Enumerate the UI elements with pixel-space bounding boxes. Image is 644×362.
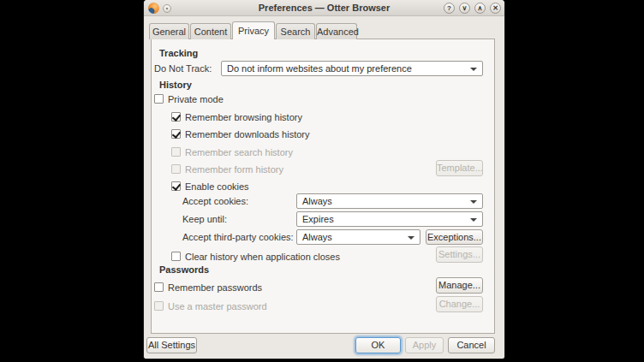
- change-button[interactable]: Change...: [436, 296, 483, 312]
- tab-privacy[interactable]: Privacy: [232, 21, 275, 39]
- checkbox-icon: [171, 252, 181, 261]
- help-button[interactable]: ?: [444, 3, 455, 14]
- tab-content[interactable]: Content: [190, 23, 231, 39]
- settings-button[interactable]: Settings...: [436, 246, 483, 263]
- section-header-passwords: Passwords: [159, 264, 209, 275]
- accept-cookies-value: Always: [302, 196, 332, 206]
- all-settings-button[interactable]: All Settings: [146, 337, 197, 353]
- preferences-window: Preferences — Otter Browser ? ∨ ∧ ✕ Gene…: [144, 0, 504, 359]
- checkbox-label: Remember passwords: [168, 282, 262, 293]
- chevron-down-icon: [470, 218, 477, 222]
- checkbox-checked-icon: [171, 129, 181, 139]
- accept-cookies-label: Accept cookies:: [182, 196, 248, 206]
- checkbox-label: Enable cookies: [185, 181, 249, 192]
- privacy-panel: Tracking Do Not Track: Do not inform web…: [151, 39, 495, 334]
- chevron-down-icon: ∨: [462, 4, 468, 12]
- checkbox-icon: [171, 147, 181, 157]
- accept-cookies-select[interactable]: Always: [296, 193, 483, 209]
- checkbox-icon: [171, 164, 181, 174]
- checkbox-use-master-password: Use a master password: [154, 300, 267, 312]
- apply-button[interactable]: Apply: [405, 337, 444, 353]
- close-button[interactable]: ✕: [490, 3, 501, 14]
- checkbox-private-mode[interactable]: Private mode: [154, 93, 224, 104]
- checkbox-enable-cookies[interactable]: Enable cookies: [171, 181, 249, 192]
- do-not-track-label: Do Not Track:: [154, 63, 212, 74]
- tab-bar: General Content Privacy Search Advanced: [149, 21, 358, 39]
- checkbox-checked-icon: [171, 112, 181, 122]
- chevron-down-icon: [470, 68, 477, 71]
- keep-until-label: Keep until:: [182, 214, 227, 224]
- ok-button[interactable]: OK: [355, 337, 401, 353]
- exceptions-button[interactable]: Exceptions...: [426, 229, 483, 245]
- do-not-track-value: Do not inform websites about my preferen…: [227, 63, 412, 74]
- template-button[interactable]: Template...: [436, 160, 483, 176]
- checkbox-remember-downloads-history[interactable]: Remember downloads history: [171, 128, 310, 139]
- pin-button[interactable]: [163, 4, 171, 13]
- chevron-down-icon: [408, 236, 414, 240]
- checkbox-remember-search-history: Remember search history: [171, 146, 293, 157]
- chevron-up-icon: ∧: [478, 4, 483, 12]
- tab-general[interactable]: General: [149, 23, 189, 39]
- checkbox-remember-browsing-history[interactable]: Remember browsing history: [171, 111, 302, 122]
- checkbox-label: Clear history when application closes: [185, 252, 340, 262]
- window-controls: ? ∨ ∧ ✕: [444, 3, 501, 14]
- checkbox-clear-history-on-close[interactable]: Clear history when application closes: [171, 251, 340, 262]
- checkbox-label: Remember search history: [185, 147, 293, 157]
- section-header-tracking: Tracking: [159, 48, 198, 58]
- checkbox-label: Remember browsing history: [185, 112, 302, 122]
- accept-cookies-row: Accept cookies:: [182, 193, 248, 209]
- tab-search[interactable]: Search: [276, 23, 315, 39]
- section-header-history: History: [159, 80, 192, 90]
- third-party-cookies-select[interactable]: Always: [296, 229, 420, 245]
- pin-dot-icon: [166, 8, 168, 9]
- chevron-down-icon: [470, 200, 477, 204]
- titlebar[interactable]: Preferences — Otter Browser ? ∨ ∧ ✕: [144, 0, 504, 16]
- desktop-background: Preferences — Otter Browser ? ∨ ∧ ✕ Gene…: [0, 0, 644, 362]
- manage-button[interactable]: Manage...: [436, 277, 483, 294]
- shade-button[interactable]: ∨: [459, 3, 470, 14]
- do-not-track-select[interactable]: Do not inform websites about my preferen…: [221, 61, 483, 76]
- checkbox-label: Remember downloads history: [185, 129, 310, 139]
- checkbox-remember-passwords[interactable]: Remember passwords: [154, 282, 262, 293]
- dialog-body: General Content Privacy Search Advanced …: [144, 16, 504, 359]
- cancel-button[interactable]: Cancel: [448, 337, 495, 353]
- third-party-cookies-value: Always: [302, 232, 332, 242]
- checkbox-icon: [154, 282, 164, 292]
- third-party-cookies-label: Accept third-party cookies:: [182, 232, 294, 242]
- keep-until-select[interactable]: Expires: [296, 211, 483, 227]
- checkbox-icon: [154, 301, 164, 311]
- checkbox-label: Use a master password: [168, 301, 267, 312]
- checkbox-remember-form-history: Remember form history: [171, 163, 283, 175]
- checkbox-label: Private mode: [168, 94, 224, 104]
- third-party-cookies-row: Accept third-party cookies:: [182, 229, 294, 245]
- keep-until-row: Keep until:: [182, 211, 227, 227]
- close-icon: ✕: [492, 4, 498, 12]
- tab-advanced[interactable]: Advanced: [316, 23, 357, 39]
- checkbox-icon: [154, 94, 164, 104]
- checkbox-checked-icon: [171, 181, 181, 191]
- checkbox-label: Remember form history: [185, 164, 283, 175]
- app-icon[interactable]: [148, 3, 159, 14]
- maximize-button[interactable]: ∧: [474, 3, 486, 14]
- help-icon: ?: [447, 4, 451, 12]
- do-not-track-row: Do Not Track:: [154, 61, 212, 76]
- keep-until-value: Expires: [302, 214, 334, 224]
